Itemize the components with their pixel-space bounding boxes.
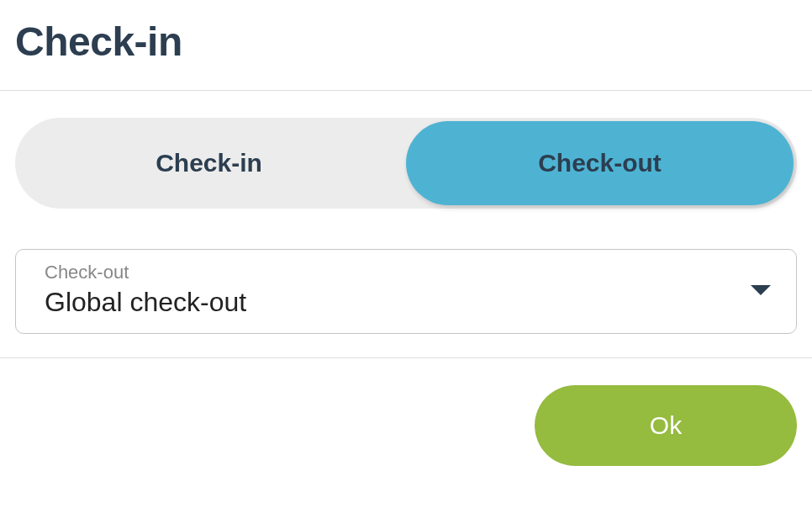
tab-checkin[interactable]: Check-in bbox=[15, 118, 403, 209]
content-area: Check-in Check-out Check-out Global chec… bbox=[0, 91, 812, 358]
ok-button[interactable]: Ok bbox=[535, 385, 797, 466]
select-field-value: Global check-out bbox=[45, 287, 246, 318]
chevron-down-icon bbox=[751, 285, 771, 295]
tab-checkout-label: Check-out bbox=[538, 149, 662, 177]
checkout-select[interactable]: Check-out Global check-out bbox=[15, 249, 797, 334]
select-labels: Check-out Global check-out bbox=[45, 262, 246, 318]
ok-button-label: Ok bbox=[650, 411, 682, 440]
tab-checkout[interactable]: Check-out bbox=[406, 121, 794, 205]
segmented-control: Check-in Check-out bbox=[15, 118, 797, 209]
select-field-label: Check-out bbox=[45, 262, 246, 283]
header: Check-in bbox=[0, 0, 812, 91]
page-title: Check-in bbox=[15, 19, 797, 65]
footer: Ok bbox=[0, 358, 812, 466]
tab-checkin-label: Check-in bbox=[156, 149, 262, 177]
